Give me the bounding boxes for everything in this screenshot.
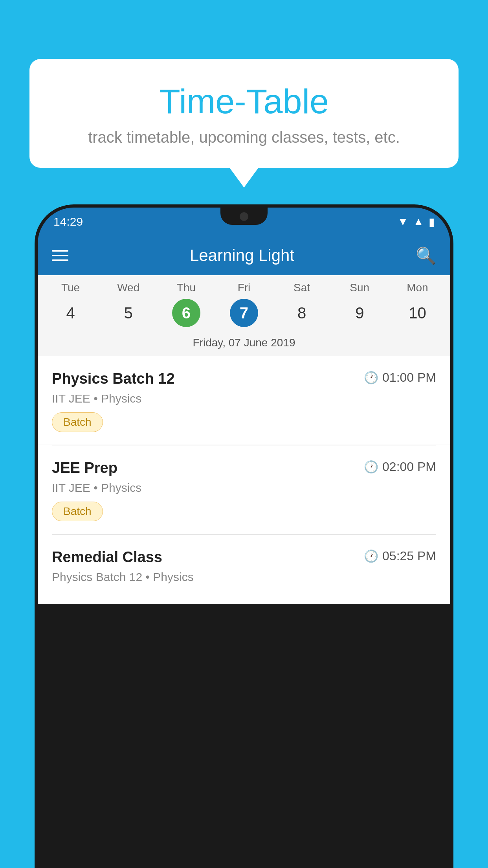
status-icons: ▼ ▲ ▮	[398, 215, 435, 228]
time-value-2: 02:00 PM	[382, 460, 436, 474]
day-header-wed: Wed	[99, 281, 157, 294]
day-header-tue: Tue	[42, 281, 99, 294]
day-10[interactable]: 10	[389, 299, 446, 327]
batch-badge-2: Batch	[52, 502, 103, 521]
search-icon[interactable]: 🔍	[416, 246, 436, 265]
clock-icon-3: 🕐	[364, 549, 378, 563]
time-value-3: 05:25 PM	[382, 549, 436, 563]
schedule-item-1[interactable]: Physics Batch 12 🕐 01:00 PM IIT JEE • Ph…	[38, 356, 450, 445]
phone-screen: 14:29 ▼ ▲ ▮ Learning Light 🔍 Tue Wed Thu	[38, 208, 450, 868]
day-header-mon: Mon	[389, 281, 446, 294]
bubble-subtitle: track timetable, upcoming classes, tests…	[49, 129, 439, 146]
schedule-time-1: 🕐 01:00 PM	[364, 370, 436, 385]
schedule-subtitle-2: IIT JEE • Physics	[52, 481, 436, 495]
bubble-title: Time-Table	[49, 83, 439, 121]
day-9[interactable]: 9	[331, 299, 389, 327]
phone-frame: 14:29 ▼ ▲ ▮ Learning Light 🔍 Tue Wed Thu	[35, 204, 453, 868]
schedule-item-2-header: JEE Prep 🕐 02:00 PM	[52, 460, 436, 476]
selected-date-label: Friday, 07 June 2019	[42, 333, 446, 356]
camera	[240, 212, 248, 221]
day-numbers: 4 5 6 7 8 9 10	[42, 297, 446, 333]
day-4[interactable]: 4	[42, 299, 99, 327]
day-header-thu: Thu	[157, 281, 215, 294]
schedule-title-2: JEE Prep	[52, 460, 117, 476]
schedule-title-1: Physics Batch 12	[52, 370, 175, 387]
speech-bubble: Time-Table track timetable, upcoming cla…	[29, 59, 459, 168]
time-value-1: 01:00 PM	[382, 370, 436, 385]
clock-icon-1: 🕐	[364, 371, 378, 384]
schedule-title-3: Remedial Class	[52, 549, 162, 566]
schedule-time-2: 🕐 02:00 PM	[364, 460, 436, 474]
day-header-sun: Sun	[331, 281, 389, 294]
day-6-today[interactable]: 6	[172, 299, 200, 327]
clock-icon-2: 🕐	[364, 460, 378, 474]
schedule-item-1-header: Physics Batch 12 🕐 01:00 PM	[52, 370, 436, 387]
schedule-subtitle-1: IIT JEE • Physics	[52, 392, 436, 405]
schedule-item-3-header: Remedial Class 🕐 05:25 PM	[52, 549, 436, 566]
day-7-selected[interactable]: 7	[230, 299, 258, 327]
status-time: 14:29	[53, 215, 83, 228]
schedule-item-3[interactable]: Remedial Class 🕐 05:25 PM Physics Batch …	[38, 535, 450, 604]
schedule-item-2[interactable]: JEE Prep 🕐 02:00 PM IIT JEE • Physics Ba…	[38, 445, 450, 534]
day-header-fri: Fri	[215, 281, 273, 294]
battery-icon: ▮	[429, 215, 435, 228]
notch	[220, 208, 268, 225]
day-8[interactable]: 8	[273, 299, 331, 327]
menu-icon[interactable]	[52, 250, 68, 261]
status-bar: 14:29 ▼ ▲ ▮	[38, 208, 450, 236]
wifi-icon: ▼	[398, 215, 409, 228]
day-headers: Tue Wed Thu Fri Sat Sun Mon	[42, 275, 446, 297]
day-header-sat: Sat	[273, 281, 331, 294]
app-bar: Learning Light 🔍	[38, 236, 450, 275]
calendar-strip[interactable]: Tue Wed Thu Fri Sat Sun Mon 4 5 6 7 8 9 …	[38, 275, 450, 356]
day-5[interactable]: 5	[99, 299, 157, 327]
signal-icon: ▲	[413, 215, 424, 228]
schedule-container: Physics Batch 12 🕐 01:00 PM IIT JEE • Ph…	[38, 356, 450, 604]
schedule-time-3: 🕐 05:25 PM	[364, 549, 436, 563]
app-title: Learning Light	[83, 246, 402, 265]
speech-bubble-container: Time-Table track timetable, upcoming cla…	[29, 59, 459, 168]
schedule-subtitle-3: Physics Batch 12 • Physics	[52, 570, 436, 584]
batch-badge-1: Batch	[52, 412, 103, 432]
